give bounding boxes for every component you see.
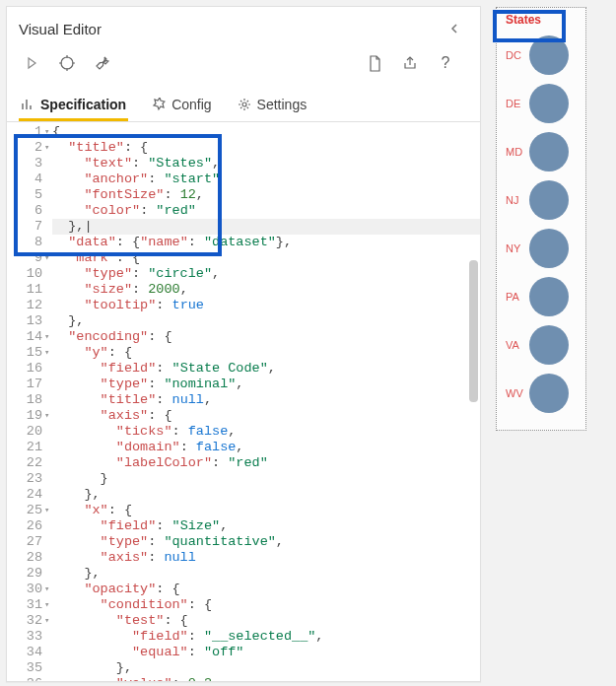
code-line[interactable]: 12 "tooltip": true [7,298,480,313]
tab-specification[interactable]: Specification [19,91,128,121]
code-line[interactable]: 7 },| [7,219,480,235]
circle-icon [529,35,569,75]
preview-row-label: MD [506,146,529,158]
circle-icon [529,180,569,220]
preview-row[interactable]: VA [497,320,585,369]
code-line[interactable]: 23 } [7,471,480,487]
code-line[interactable]: 8 "data": {"name": "dataset"}, [7,235,480,250]
code-line[interactable]: 2 "title": { [7,140,480,156]
code-line[interactable]: 17 "type": "nominal", [7,377,480,392]
circle-icon [529,277,569,316]
code-line[interactable]: 28 "axis": null [7,550,480,566]
code-line[interactable]: 18 "title": null, [7,392,480,408]
run-button[interactable] [19,50,44,76]
code-line[interactable]: 31 "condition": { [7,597,480,613]
code-line[interactable]: 22 "labelColor": "red" [7,455,480,471]
svg-point-0 [61,57,73,69]
code-line[interactable]: 4 "anchor": "start" [7,172,480,187]
code-line[interactable]: 1{ [7,124,480,140]
code-line[interactable]: 14 "encoding": { [7,329,480,345]
preview-row[interactable]: PA [497,272,585,320]
code-line[interactable]: 6 "color": "red" [7,203,480,219]
code-line[interactable]: 25 "x": { [7,503,480,518]
code-line[interactable]: 33 "field": "__selected__", [7,629,480,645]
preview-row[interactable]: NJ [497,175,585,224]
tab-config[interactable]: Config [150,91,213,121]
preview-row-label: NJ [506,194,529,206]
tabs: Specification Config Settings [7,88,480,122]
code-line[interactable]: 32 "test": { [7,613,480,629]
code-line[interactable]: 21 "domain": false, [7,440,480,455]
code-line[interactable]: 19 "axis": { [7,408,480,424]
new-file-button[interactable] [362,50,387,76]
preview-row[interactable]: WV [497,369,585,417]
tab-spec-label: Specification [40,97,126,112]
code-line[interactable]: 15 "y": { [7,345,480,361]
code-line[interactable]: 24 }, [7,487,480,503]
circle-icon [529,229,569,268]
scrollbar-thumb[interactable] [469,260,478,402]
code-line[interactable]: 10 "type": "circle", [7,266,480,282]
tab-config-label: Config [171,97,211,112]
code-line[interactable]: 20 "ticks": false, [7,424,480,440]
svg-point-1 [242,103,246,106]
preview-row[interactable]: DE [497,79,585,127]
code-line[interactable]: 5 "fontSize": 12, [7,187,480,203]
target-button[interactable] [54,50,80,76]
code-line[interactable]: 16 "field": "State Code", [7,361,480,377]
visual-editor-panel: Visual Editor ? Specification Conf [6,6,481,682]
preview-row[interactable]: DC [497,31,585,79]
code-line[interactable]: 3 "text": "States", [7,156,480,172]
preview-title: States [497,8,585,31]
circle-icon [529,84,569,123]
code-line[interactable]: 35 }, [7,660,480,676]
code-editor[interactable]: 1{2 "title": {3 "text": "States",4 "anch… [7,122,480,681]
code-line[interactable]: 36 "value": 0.3 [7,676,480,681]
preview-row-label: DC [506,49,529,61]
code-line[interactable]: 27 "type": "quantitative", [7,534,480,550]
preview-row-label: VA [506,339,529,351]
circle-icon [529,132,569,172]
collapse-chevron-icon[interactable] [441,17,468,41]
panel-title: Visual Editor [19,21,441,37]
preview-visual[interactable]: States DCDEMDNJNYPAVAWV [496,7,586,431]
code-line[interactable]: 11 "size": 2000, [7,282,480,298]
preview-row-label: PA [506,291,529,303]
code-line[interactable]: 26 "field": "Size", [7,518,480,534]
help-button[interactable]: ? [433,50,458,76]
tab-settings-label: Settings [257,97,308,112]
code-line[interactable]: 34 "equal": "off" [7,645,480,660]
code-line[interactable]: 29 }, [7,566,480,582]
preview-row[interactable]: MD [497,127,585,175]
preview-row-label: NY [506,242,529,254]
toolbar: ? [7,42,480,88]
code-line[interactable]: 13 }, [7,313,480,329]
wrench-button[interactable] [90,50,115,76]
code-line[interactable]: 30 "opacity": { [7,582,480,597]
preview-row-label: WV [506,387,529,399]
tab-settings[interactable]: Settings [236,91,309,121]
circle-icon [529,325,569,365]
code-line[interactable]: 9 "mark": { [7,250,480,266]
preview-row[interactable]: NY [497,224,585,272]
share-button[interactable] [397,50,423,76]
panel-header: Visual Editor [7,7,480,42]
preview-row-label: DE [506,98,529,109]
circle-icon [529,374,569,413]
